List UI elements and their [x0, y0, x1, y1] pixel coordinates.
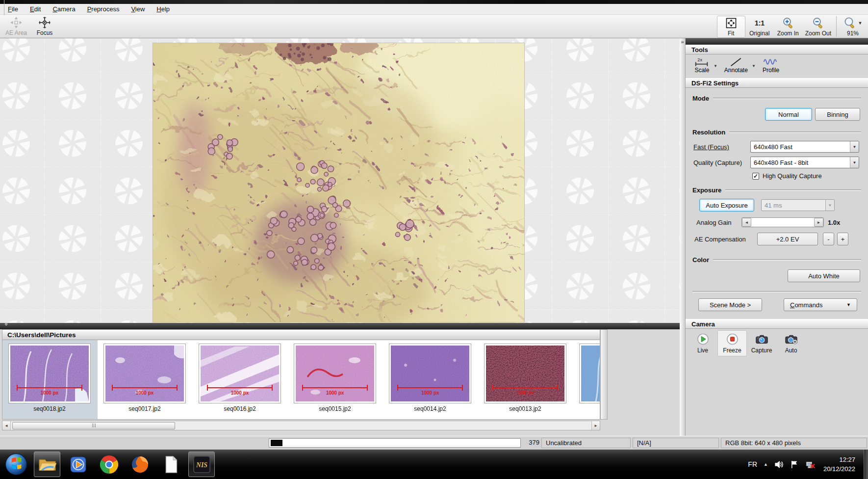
thumbnail-image[interactable]: 1000 px: [389, 344, 471, 403]
thumbnail-filename: seq0015.jp2: [294, 405, 376, 412]
start-menu-taskbar-button[interactable]: [3, 452, 29, 477]
scrollbar-thumb[interactable]: [12, 422, 175, 429]
ae-compensation-plus-button[interactable]: +: [837, 233, 848, 245]
notepad-taskbar-button[interactable]: [157, 452, 184, 477]
freeze-camera-button[interactable]: Freeze: [717, 330, 747, 356]
taskbar-clock[interactable]: 12:27 20/12/2022: [823, 455, 855, 474]
resolution-section-header: Resolution: [692, 129, 861, 136]
scene-mode-button[interactable]: Scene Mode >: [698, 298, 762, 311]
media-player-icon: [69, 455, 87, 474]
thumbnail-image[interactable]: 1000 px: [199, 344, 281, 403]
aperture-watermark-icon: [45, 310, 101, 323]
image-format-status: RGB 8bit: 640 x 480 pixels: [721, 438, 867, 448]
auto-exposure-button[interactable]: Auto Exposure: [699, 199, 754, 212]
auto-camera-button[interactable]: Auto: [776, 330, 806, 356]
thumbnail-image[interactable]: 1000 px: [103, 344, 186, 403]
aperture-watermark-icon: [552, 310, 609, 323]
ae-area-button[interactable]: AE Area: [2, 15, 30, 37]
fast-focus-label[interactable]: Fast (Focus): [693, 143, 750, 151]
action-center-flag-icon[interactable]: [790, 460, 799, 469]
camera-panel-body: LiveFreezeCaptureAuto: [686, 329, 868, 357]
capture-camera-button[interactable]: Capture: [747, 330, 776, 356]
annotate-tool-button[interactable]: Annotate: [724, 57, 748, 74]
toolbar-separator: [4, 0, 4, 15]
browser-collapse-bar[interactable]: »: [0, 323, 680, 329]
media-player-taskbar-button[interactable]: [65, 452, 91, 477]
profile-tool-button[interactable]: Profile: [763, 57, 780, 74]
thumbnail-seq0014-jp2[interactable]: 1000 pxseq0014.jp2: [383, 340, 478, 419]
ae-compensation-value-button[interactable]: +2.0 EV: [757, 233, 818, 245]
settings-panel-header: DS-Fi2 Settings: [686, 78, 868, 88]
image-viewer-canvas: [0, 38, 680, 323]
tray-expand-icon[interactable]: ▲: [764, 462, 768, 467]
high-quality-capture-checkbox[interactable]: ✓: [752, 173, 759, 180]
collapse-chevron-icon[interactable]: »: [3, 322, 10, 326]
thumbnail-image[interactable]: 1000 px: [294, 344, 376, 403]
remove-hardware-icon[interactable]: [806, 460, 815, 469]
aperture-watermark-icon: [101, 167, 157, 215]
file-explorer-taskbar-button[interactable]: [34, 452, 60, 477]
slider-left-arrow-icon[interactable]: ◄: [742, 218, 751, 227]
auto-capture-icon: [785, 333, 798, 346]
aperture-watermark-icon: [665, 263, 680, 310]
mode-normal-button[interactable]: Normal: [765, 108, 812, 121]
ae-compensation-minus-button[interactable]: -: [823, 233, 834, 245]
windows-taskbar: NIS FR ▲ 12:27 20/12/2022: [0, 450, 868, 479]
thumbnail-image[interactable]: 1000 px: [8, 344, 91, 403]
auto-white-button[interactable]: Auto White: [788, 269, 860, 282]
thumbnail-partial[interactable]: [573, 340, 600, 419]
chevron-down-icon[interactable]: ▼: [850, 141, 859, 152]
language-indicator[interactable]: FR: [748, 460, 757, 468]
chevron-down-icon[interactable]: ▼: [858, 21, 863, 26]
aperture-watermark-icon: [609, 215, 665, 263]
show-desktop-button[interactable]: [864, 450, 868, 479]
nis-elements-taskbar-button[interactable]: NIS: [188, 452, 215, 477]
fit-button[interactable]: Fit: [717, 16, 745, 38]
chrome-taskbar-button[interactable]: [96, 452, 122, 477]
fast-resolution-select[interactable]: 640x480 Fast ▼: [750, 141, 859, 153]
speaker-icon[interactable]: [774, 460, 784, 469]
thumbnail-seq0016-jp2[interactable]: 1000 pxseq0016.jp2: [193, 340, 288, 419]
chevron-down-icon[interactable]: ▼: [714, 64, 717, 68]
chevron-down-icon[interactable]: ▼: [850, 157, 859, 168]
right-dock-panel: » Tools 2xScale▼Annotate▼Profile DS-Fi2 …: [680, 38, 868, 436]
analog-gain-slider[interactable]: ◄ ►: [741, 217, 824, 227]
aperture-watermark-icon: [609, 120, 665, 167]
slider-right-arrow-icon[interactable]: ►: [814, 218, 823, 227]
panel-splitter[interactable]: »: [680, 38, 686, 436]
thumbnail-image[interactable]: 1000 px: [484, 344, 566, 403]
browser-path-bar[interactable]: C:\Users\dell\Pictures: [2, 329, 600, 340]
aperture-watermark-icon: [45, 120, 101, 167]
menu-item-view[interactable]: View: [125, 4, 151, 14]
mode-binning-button[interactable]: Binning: [815, 108, 860, 121]
scroll-right-arrow-icon[interactable]: ►: [591, 421, 600, 430]
original-button[interactable]: 1:1Original: [745, 16, 774, 38]
aperture-watermark-icon: [609, 167, 665, 215]
file-explorer-icon: [38, 455, 56, 474]
browser-vertical-scrollbar[interactable]: [600, 329, 608, 420]
firefox-taskbar-button[interactable]: [127, 452, 153, 477]
browser-horizontal-scrollbar[interactable]: ◄ ►: [2, 421, 600, 430]
svg-text:1:1: 1:1: [755, 19, 765, 27]
thumbnail-seq0015-jp2[interactable]: 1000 pxseq0015.jp2: [288, 340, 383, 419]
commands-button[interactable]: Commands ▼: [784, 298, 857, 311]
aperture-watermark-icon: [552, 263, 609, 310]
color-section-header: Color: [692, 256, 861, 264]
thumbnail-seq0018-jp2[interactable]: 1000 pxseq0018.jp2: [2, 340, 98, 419]
91%-button[interactable]: ▼91%: [839, 16, 867, 38]
chevron-down-icon[interactable]: ▼: [752, 64, 756, 68]
live-camera-button[interactable]: Live: [688, 330, 717, 356]
scale-tool-button[interactable]: 2xScale: [694, 57, 710, 74]
scroll-left-arrow-icon[interactable]: ◄: [2, 421, 11, 430]
menu-item-help[interactable]: Help: [151, 4, 176, 14]
chevron-down-icon: ▼: [846, 302, 851, 307]
zoom-in-button[interactable]: Zoom In: [774, 16, 802, 38]
thumbnail-seq0013-jp2[interactable]: 1000 pxseq0013.jp2: [478, 340, 573, 419]
svg-text:1000 px: 1000 px: [136, 390, 154, 396]
focus-button[interactable]: Focus: [30, 15, 59, 37]
quality-resolution-select[interactable]: 640x480 Fast - 8bit ▼: [750, 157, 859, 168]
thumbnail-seq0017-jp2[interactable]: 1000 pxseq0017.jp2: [98, 340, 193, 419]
zoom-out-button[interactable]: Zoom Out: [802, 16, 834, 38]
panel-top-band: [686, 38, 868, 45]
thumbnail-image[interactable]: [579, 344, 600, 403]
